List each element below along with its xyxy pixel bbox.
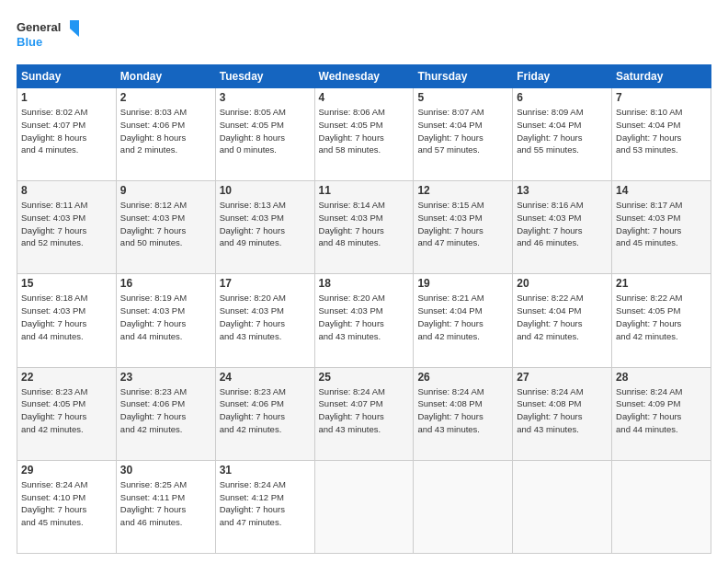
- day-detail: Sunrise: 8:15 AMSunset: 4:03 PMDaylight:…: [417, 199, 508, 249]
- day-detail: Sunrise: 8:11 AMSunset: 4:03 PMDaylight:…: [21, 199, 112, 249]
- calendar-table: SundayMondayTuesdayWednesdayThursdayFrid…: [17, 64, 711, 554]
- day-detail: Sunrise: 8:12 AMSunset: 4:03 PMDaylight:…: [120, 199, 211, 249]
- day-number: 6: [517, 91, 608, 104]
- col-header-friday: Friday: [513, 65, 612, 88]
- day-number: 2: [120, 91, 211, 104]
- day-number: 22: [21, 371, 112, 384]
- calendar-cell: 30Sunrise: 8:25 AMSunset: 4:11 PMDayligh…: [116, 460, 215, 553]
- day-number: 10: [220, 184, 311, 197]
- day-number: 23: [120, 371, 211, 384]
- day-number: 17: [220, 277, 311, 290]
- day-number: 21: [616, 277, 707, 290]
- day-number: 11: [319, 184, 410, 197]
- col-header-monday: Monday: [116, 65, 215, 88]
- calendar-cell: [513, 460, 612, 553]
- calendar-cell: 4Sunrise: 8:06 AMSunset: 4:05 PMDaylight…: [314, 88, 414, 181]
- day-detail: Sunrise: 8:24 AMSunset: 4:07 PMDaylight:…: [319, 385, 410, 436]
- day-detail: Sunrise: 8:24 AMSunset: 4:10 PMDaylight:…: [21, 478, 112, 529]
- calendar-cell: 14Sunrise: 8:17 AMSunset: 4:03 PMDayligh…: [612, 181, 711, 274]
- day-number: 14: [616, 184, 707, 197]
- col-header-tuesday: Tuesday: [215, 65, 314, 88]
- calendar-cell: 10Sunrise: 8:13 AMSunset: 4:03 PMDayligh…: [215, 181, 314, 274]
- day-detail: Sunrise: 8:05 AMSunset: 4:05 PMDaylight:…: [220, 106, 311, 156]
- day-number: 25: [319, 371, 410, 384]
- day-number: 3: [220, 91, 311, 104]
- day-number: 8: [21, 184, 112, 197]
- col-header-thursday: Thursday: [414, 65, 513, 88]
- day-detail: Sunrise: 8:18 AMSunset: 4:03 PMDaylight:…: [21, 292, 112, 342]
- svg-text:General: General: [17, 20, 61, 34]
- calendar-cell: 1Sunrise: 8:02 AMSunset: 4:07 PMDaylight…: [17, 88, 117, 181]
- day-number: 30: [120, 464, 211, 477]
- calendar-cell: 17Sunrise: 8:20 AMSunset: 4:03 PMDayligh…: [215, 274, 314, 367]
- day-number: 19: [417, 277, 508, 290]
- logo-svg: General Blue: [17, 17, 81, 55]
- day-number: 7: [616, 91, 707, 104]
- day-number: 15: [21, 277, 112, 290]
- calendar-cell: 18Sunrise: 8:20 AMSunset: 4:03 PMDayligh…: [314, 274, 414, 367]
- calendar-header: SundayMondayTuesdayWednesdayThursdayFrid…: [17, 65, 711, 88]
- day-number: 12: [417, 184, 508, 197]
- day-detail: Sunrise: 8:02 AMSunset: 4:07 PMDaylight:…: [21, 106, 112, 156]
- day-number: 29: [21, 464, 112, 477]
- day-detail: Sunrise: 8:20 AMSunset: 4:03 PMDaylight:…: [319, 292, 410, 342]
- day-detail: Sunrise: 8:23 AMSunset: 4:06 PMDaylight:…: [220, 385, 311, 436]
- calendar-cell: 7Sunrise: 8:10 AMSunset: 4:04 PMDaylight…: [612, 88, 711, 181]
- calendar-cell: 13Sunrise: 8:16 AMSunset: 4:03 PMDayligh…: [513, 181, 612, 274]
- day-number: 27: [517, 371, 608, 384]
- calendar-cell: 19Sunrise: 8:21 AMSunset: 4:04 PMDayligh…: [414, 274, 513, 367]
- calendar-cell: 15Sunrise: 8:18 AMSunset: 4:03 PMDayligh…: [17, 274, 117, 367]
- calendar-cell: 5Sunrise: 8:07 AMSunset: 4:04 PMDaylight…: [414, 88, 513, 181]
- day-detail: Sunrise: 8:24 AMSunset: 4:08 PMDaylight:…: [417, 385, 508, 436]
- day-detail: Sunrise: 8:07 AMSunset: 4:04 PMDaylight:…: [417, 106, 508, 156]
- calendar-cell: [414, 460, 513, 553]
- day-detail: Sunrise: 8:24 AMSunset: 4:12 PMDaylight:…: [220, 478, 311, 529]
- svg-marker-2: [70, 20, 79, 37]
- day-detail: Sunrise: 8:22 AMSunset: 4:04 PMDaylight:…: [517, 292, 608, 342]
- day-number: 16: [120, 277, 211, 290]
- day-number: 31: [220, 464, 311, 477]
- day-detail: Sunrise: 8:06 AMSunset: 4:05 PMDaylight:…: [319, 106, 410, 156]
- day-number: 20: [517, 277, 608, 290]
- day-number: 4: [319, 91, 410, 104]
- calendar-cell: 3Sunrise: 8:05 AMSunset: 4:05 PMDaylight…: [215, 88, 314, 181]
- calendar-cell: [612, 460, 711, 553]
- day-detail: Sunrise: 8:20 AMSunset: 4:03 PMDaylight:…: [220, 292, 311, 342]
- day-detail: Sunrise: 8:23 AMSunset: 4:05 PMDaylight:…: [21, 385, 112, 436]
- calendar-cell: 26Sunrise: 8:24 AMSunset: 4:08 PMDayligh…: [414, 367, 513, 460]
- day-detail: Sunrise: 8:21 AMSunset: 4:04 PMDaylight:…: [417, 292, 508, 342]
- day-detail: Sunrise: 8:25 AMSunset: 4:11 PMDaylight:…: [120, 478, 211, 529]
- day-detail: Sunrise: 8:03 AMSunset: 4:06 PMDaylight:…: [120, 106, 211, 156]
- day-number: 18: [319, 277, 410, 290]
- day-detail: Sunrise: 8:14 AMSunset: 4:03 PMDaylight:…: [319, 199, 410, 249]
- col-header-saturday: Saturday: [612, 65, 711, 88]
- day-number: 13: [517, 184, 608, 197]
- day-number: 1: [21, 91, 112, 104]
- day-detail: Sunrise: 8:24 AMSunset: 4:08 PMDaylight:…: [517, 385, 608, 436]
- calendar-cell: 20Sunrise: 8:22 AMSunset: 4:04 PMDayligh…: [513, 274, 612, 367]
- day-number: 26: [417, 371, 508, 384]
- calendar-cell: 12Sunrise: 8:15 AMSunset: 4:03 PMDayligh…: [414, 181, 513, 274]
- day-number: 5: [417, 91, 508, 104]
- day-detail: Sunrise: 8:19 AMSunset: 4:03 PMDaylight:…: [120, 292, 211, 342]
- day-detail: Sunrise: 8:09 AMSunset: 4:04 PMDaylight:…: [517, 106, 608, 156]
- calendar-cell: 22Sunrise: 8:23 AMSunset: 4:05 PMDayligh…: [17, 367, 117, 460]
- day-number: 9: [120, 184, 211, 197]
- calendar-cell: 28Sunrise: 8:24 AMSunset: 4:09 PMDayligh…: [612, 367, 711, 460]
- day-detail: Sunrise: 8:16 AMSunset: 4:03 PMDaylight:…: [517, 199, 608, 249]
- col-header-sunday: Sunday: [17, 65, 117, 88]
- calendar-cell: 9Sunrise: 8:12 AMSunset: 4:03 PMDaylight…: [116, 181, 215, 274]
- day-number: 28: [616, 371, 707, 384]
- calendar-cell: 25Sunrise: 8:24 AMSunset: 4:07 PMDayligh…: [314, 367, 414, 460]
- calendar-cell: 24Sunrise: 8:23 AMSunset: 4:06 PMDayligh…: [215, 367, 314, 460]
- col-header-wednesday: Wednesday: [314, 65, 414, 88]
- calendar-cell: 31Sunrise: 8:24 AMSunset: 4:12 PMDayligh…: [215, 460, 314, 553]
- logo: General Blue: [17, 17, 81, 55]
- calendar-cell: 2Sunrise: 8:03 AMSunset: 4:06 PMDaylight…: [116, 88, 215, 181]
- calendar-cell: 16Sunrise: 8:19 AMSunset: 4:03 PMDayligh…: [116, 274, 215, 367]
- calendar-cell: 8Sunrise: 8:11 AMSunset: 4:03 PMDaylight…: [17, 181, 117, 274]
- calendar-cell: [314, 460, 414, 553]
- calendar-cell: 27Sunrise: 8:24 AMSunset: 4:08 PMDayligh…: [513, 367, 612, 460]
- day-number: 24: [220, 371, 311, 384]
- day-detail: Sunrise: 8:22 AMSunset: 4:05 PMDaylight:…: [616, 292, 707, 342]
